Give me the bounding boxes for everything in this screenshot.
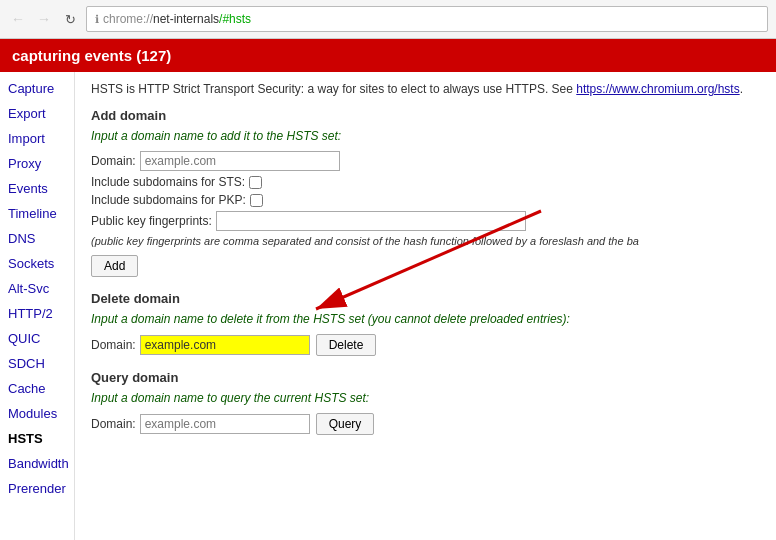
delete-domain-input[interactable]: [140, 335, 310, 355]
intro-suffix: .: [740, 82, 743, 96]
sidebar: Capture Export Import Proxy Events Timel…: [0, 72, 75, 540]
sidebar-item-sdch[interactable]: SDCH: [0, 351, 74, 376]
query-domain-label: Domain:: [91, 417, 136, 431]
url-display: chrome://net-internals/#hsts: [103, 12, 251, 26]
address-bar[interactable]: ℹ chrome://net-internals/#hsts: [86, 6, 768, 32]
sts-label: Include subdomains for STS:: [91, 175, 245, 189]
delete-domain-label: Domain:: [91, 338, 136, 352]
sts-checkbox-row: Include subdomains for STS:: [91, 175, 760, 189]
sidebar-item-cache[interactable]: Cache: [0, 376, 74, 401]
sidebar-item-dns[interactable]: DNS: [0, 226, 74, 251]
content-area: HSTS is HTTP Strict Transport Security: …: [75, 72, 776, 540]
sidebar-item-modules[interactable]: Modules: [0, 401, 74, 426]
sidebar-item-events[interactable]: Events: [0, 176, 74, 201]
add-domain-label: Domain:: [91, 154, 136, 168]
browser-chrome: ← → ↻ ℹ chrome://net-internals/#hsts: [0, 0, 776, 39]
query-domain-field-row: Domain: Query: [91, 413, 760, 435]
pkp-checkbox-row: Include subdomains for PKP:: [91, 193, 760, 207]
reload-button[interactable]: ↻: [60, 9, 80, 29]
delete-domain-instruction: Input a domain name to delete it from th…: [91, 312, 760, 326]
sidebar-item-quic[interactable]: QUIC: [0, 326, 74, 351]
url-host: net-internals: [153, 12, 219, 26]
fingerprint-input[interactable]: [216, 211, 526, 231]
delete-domain-section: Delete domain Input a domain name to del…: [91, 291, 760, 356]
sidebar-item-bandwidth[interactable]: Bandwidth: [0, 451, 74, 476]
delete-button[interactable]: Delete: [316, 334, 377, 356]
sidebar-item-proxy[interactable]: Proxy: [0, 151, 74, 176]
query-domain-section: Query domain Input a domain name to quer…: [91, 370, 760, 435]
sidebar-item-export[interactable]: Export: [0, 101, 74, 126]
sidebar-item-sockets[interactable]: Sockets: [0, 251, 74, 276]
url-hash: /#hsts: [219, 12, 251, 26]
add-domain-field-row: Domain:: [91, 151, 760, 171]
add-domain-section: Add domain Input a domain name to add it…: [91, 108, 760, 277]
add-domain-instruction: Input a domain name to add it to the HST…: [91, 129, 760, 143]
sidebar-item-http2[interactable]: HTTP/2: [0, 301, 74, 326]
delete-domain-title: Delete domain: [91, 291, 760, 306]
sidebar-item-alt-svc[interactable]: Alt-Svc: [0, 276, 74, 301]
sts-checkbox[interactable]: [249, 176, 262, 189]
main-layout: Capture Export Import Proxy Events Timel…: [0, 72, 776, 540]
intro-body: HSTS is HTTP Strict Transport Security: …: [91, 82, 576, 96]
query-button[interactable]: Query: [316, 413, 375, 435]
browser-toolbar: ← → ↻ ℹ chrome://net-internals/#hsts: [0, 0, 776, 38]
intro-link[interactable]: https://www.chromium.org/hsts: [576, 82, 739, 96]
url-scheme: chrome://: [103, 12, 153, 26]
fingerprint-label: Public key fingerprints:: [91, 214, 212, 228]
sidebar-item-capture[interactable]: Capture: [0, 76, 74, 101]
sidebar-item-import[interactable]: Import: [0, 126, 74, 151]
sidebar-item-hsts[interactable]: HSTS: [0, 426, 74, 451]
fingerprint-note: (public key fingerprints are comma separ…: [91, 235, 760, 247]
fingerprint-field-row: Public key fingerprints:: [91, 211, 760, 231]
add-domain-input[interactable]: [140, 151, 340, 171]
query-domain-instruction: Input a domain name to query the current…: [91, 391, 760, 405]
intro-text: HSTS is HTTP Strict Transport Security: …: [91, 82, 760, 96]
title-bar: capturing events (127): [0, 39, 776, 72]
forward-button[interactable]: →: [34, 9, 54, 29]
add-button[interactable]: Add: [91, 255, 138, 277]
back-button[interactable]: ←: [8, 9, 28, 29]
sidebar-item-prerender[interactable]: Prerender: [0, 476, 74, 501]
info-icon: ℹ: [95, 13, 99, 26]
add-domain-title: Add domain: [91, 108, 760, 123]
query-domain-title: Query domain: [91, 370, 760, 385]
pkp-label: Include subdomains for PKP:: [91, 193, 246, 207]
query-domain-input[interactable]: [140, 414, 310, 434]
delete-domain-field-row: Domain: Delete: [91, 334, 760, 356]
pkp-checkbox[interactable]: [250, 194, 263, 207]
title-bar-text: capturing events (127): [12, 47, 171, 64]
sidebar-item-timeline[interactable]: Timeline: [0, 201, 74, 226]
